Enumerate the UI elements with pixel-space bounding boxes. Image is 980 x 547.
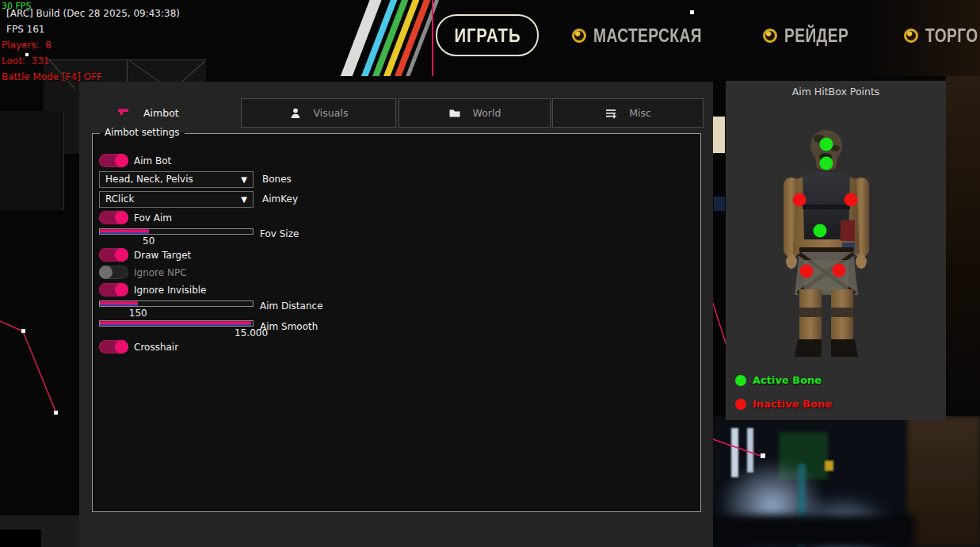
draw-target-label: Draw Target bbox=[134, 250, 191, 261]
tab-label: Misc bbox=[629, 107, 651, 119]
slider-fill bbox=[100, 301, 138, 306]
hitbox-panel-title: Aim HitBox Points bbox=[726, 86, 946, 98]
bones-label: Bones bbox=[262, 174, 292, 185]
cheat-menu-panel: Aimbot Visuals World Misc bbox=[79, 82, 713, 547]
fov-size-slider[interactable]: 50 bbox=[99, 228, 254, 235]
dropdown-arrow-icon: ▼ bbox=[241, 172, 247, 187]
toggle-knob bbox=[115, 211, 128, 224]
aim-smooth-label: Aim Smooth bbox=[260, 321, 318, 332]
hitbox-point-right-shoulder[interactable] bbox=[845, 193, 858, 207]
aimkey-dropdown[interactable]: RClick ▼ bbox=[99, 191, 254, 208]
person-icon bbox=[289, 107, 302, 120]
esp-marker bbox=[761, 453, 765, 458]
ignore-npc-toggle[interactable] bbox=[99, 266, 128, 279]
group-title: Aimbot settings bbox=[100, 127, 185, 138]
screen: 30 FPS [ARC] Build (Dec 28 2025, 09:43:3… bbox=[0, 0, 980, 547]
hitbox-point-left-knee[interactable] bbox=[800, 265, 814, 278]
esp-marker bbox=[54, 411, 58, 415]
aim-distance-label: Aim Distance bbox=[260, 300, 323, 312]
aim-distance-slider[interactable]: 150 bbox=[99, 300, 254, 307]
ignore-invisible-label: Ignore Invisible bbox=[134, 285, 206, 296]
toggle-knob bbox=[115, 248, 128, 262]
legend-active-bone: Active Bone bbox=[735, 374, 822, 386]
folder-icon bbox=[448, 107, 461, 120]
tab-label: Visuals bbox=[314, 107, 349, 119]
tab-misc[interactable]: Misc bbox=[552, 98, 704, 128]
active-bone-dot-icon bbox=[735, 375, 746, 386]
ignore-npc-label: Ignore NPC bbox=[134, 267, 187, 278]
hitbox-point-right-knee[interactable] bbox=[833, 264, 846, 277]
fov-size-value: 50 bbox=[143, 235, 154, 247]
inactive-bone-dot-icon bbox=[735, 399, 746, 410]
aimbot-settings-group: Aimbot settings Aim Bot Head, Neck, Pelv… bbox=[92, 133, 701, 512]
toggle-knob bbox=[99, 266, 112, 279]
aimkey-label: AimKey bbox=[262, 193, 298, 205]
crosshair-toggle[interactable] bbox=[99, 340, 128, 354]
hitbox-point-pelvis[interactable] bbox=[814, 224, 827, 238]
hitbox-point-head[interactable] bbox=[820, 138, 833, 151]
legend-label: Inactive Bone bbox=[753, 398, 832, 410]
bones-dropdown[interactable]: Head, Neck, Pelvis ▼ bbox=[99, 171, 254, 188]
bones-dropdown-value: Head, Neck, Pelvis bbox=[105, 174, 193, 185]
hitbox-point-neck[interactable] bbox=[820, 157, 833, 170]
esp-marker bbox=[25, 53, 29, 56]
aimkey-dropdown-value: RClick bbox=[105, 193, 134, 205]
tab-aimbot[interactable]: Aimbot bbox=[117, 106, 179, 119]
tab-world[interactable]: World bbox=[398, 98, 551, 128]
fov-aim-toggle[interactable] bbox=[99, 211, 128, 224]
pistol-icon bbox=[117, 106, 130, 119]
tab-label: Aimbot bbox=[143, 107, 179, 119]
aim-bot-label: Aim Bot bbox=[134, 155, 171, 166]
crosshair-label: Crosshair bbox=[134, 342, 178, 353]
aim-distance-value: 150 bbox=[129, 308, 147, 319]
esp-marker bbox=[21, 329, 25, 333]
toggle-knob bbox=[115, 154, 128, 167]
toggle-knob bbox=[115, 283, 128, 296]
legend-label: Active Bone bbox=[753, 374, 822, 386]
slider-fill bbox=[100, 321, 251, 326]
draw-target-toggle[interactable] bbox=[99, 248, 128, 262]
aim-bot-toggle[interactable] bbox=[99, 154, 128, 167]
toggle-knob bbox=[115, 340, 128, 354]
ignore-invisible-toggle[interactable] bbox=[99, 283, 128, 296]
hitbox-point-left-shoulder[interactable] bbox=[793, 193, 806, 207]
esp-marker bbox=[690, 10, 694, 14]
tab-visuals[interactable]: Visuals bbox=[241, 98, 396, 128]
fov-aim-label: Fov Aim bbox=[134, 212, 172, 224]
fov-size-label: Fov Size bbox=[260, 228, 299, 239]
tab-label: World bbox=[473, 107, 501, 119]
slider-fill bbox=[100, 229, 149, 234]
dropdown-arrow-icon: ▼ bbox=[241, 192, 247, 207]
aim-hitbox-panel: Aim HitBox Points bbox=[726, 81, 946, 420]
aim-smooth-slider[interactable]: 15.000 bbox=[99, 320, 254, 327]
legend-inactive-bone: Inactive Bone bbox=[735, 398, 832, 410]
sliders-icon bbox=[604, 107, 617, 120]
